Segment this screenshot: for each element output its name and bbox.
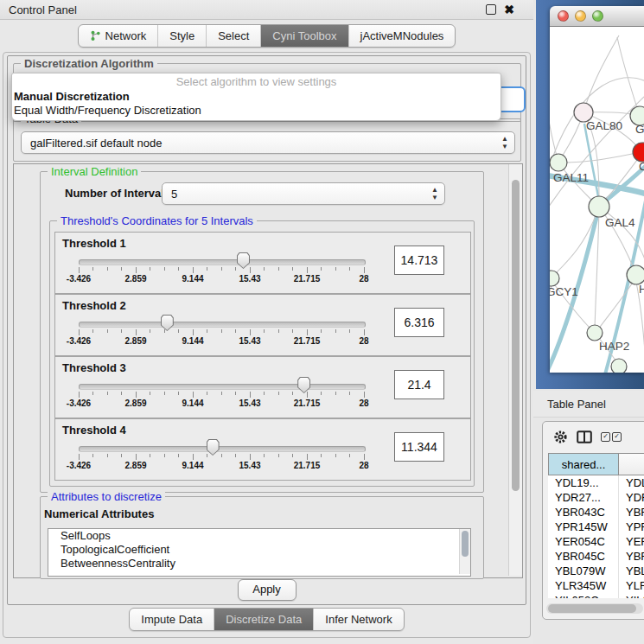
tab-network[interactable]: Network — [79, 25, 158, 47]
threshold-value-field[interactable]: 11.344 — [394, 432, 444, 462]
checkbox-icon[interactable]: ✓ — [601, 432, 610, 442]
network-node-partial-node[interactable] — [611, 359, 627, 373]
network-canvas[interactable]: GAL80GACGAL11GAL4GCY1HHAP2 — [550, 27, 644, 373]
close-icon[interactable]: ✖ — [504, 3, 514, 16]
columns-icon[interactable] — [577, 430, 592, 443]
column-header-name[interactable]: na — [619, 453, 644, 475]
algorithm-option[interactable]: Manual Discretization — [12, 90, 501, 104]
table-row[interactable]: YBR043CYBR0 — [548, 505, 644, 520]
zoom-traffic-light-icon[interactable] — [592, 10, 603, 22]
node-table: shared... na YDL19...YDL1YDR27...YDR2YBR… — [548, 453, 644, 598]
tab-style[interactable]: Style — [157, 25, 206, 47]
slider-track[interactable] — [79, 322, 366, 328]
table-data-combobox[interactable]: galFiltered.sif default node ▲▼ — [21, 131, 515, 154]
close-traffic-light-icon[interactable] — [558, 10, 569, 22]
table-row[interactable]: YDL19...YDL1 — [548, 475, 644, 490]
threshold-value-field[interactable]: 14.713 — [394, 245, 444, 275]
slider-tick — [193, 392, 194, 398]
slider-tick-label: -3.426 — [67, 336, 91, 346]
gear-icon[interactable] — [553, 430, 568, 444]
settings-vertical-scrollbar[interactable] — [508, 164, 522, 576]
slider-tick — [107, 267, 108, 271]
table-row[interactable]: YBR045CYBR0 — [548, 549, 644, 564]
network-node-HAP2[interactable] — [587, 325, 603, 341]
network-window-frame: GAL80GACGAL11GAL4GCY1HHAP2 — [536, 0, 644, 389]
table-row[interactable]: YPR145WYPR1 — [548, 520, 644, 534]
table-horizontal-scrollbar[interactable] — [546, 603, 643, 614]
slider-tick — [278, 267, 279, 271]
attribute-item[interactable]: SelfLoops — [48, 529, 470, 543]
attributes-list-scrollbar[interactable] — [459, 529, 470, 574]
attribute-item[interactable]: TopologicalCoefficient — [48, 543, 470, 557]
tab-select[interactable]: Select — [206, 25, 260, 47]
network-node-H[interactable] — [627, 265, 644, 284]
tab-impute-data[interactable]: Impute Data — [130, 609, 214, 630]
tab-cyni-toolbox[interactable]: Cyni Toolbox — [260, 25, 348, 47]
slider-tick — [92, 454, 93, 457]
slider-track[interactable] — [79, 384, 366, 390]
interval-group-title: Interval Definition — [48, 165, 141, 178]
network-node-label: GAL4 — [605, 216, 635, 229]
slider-tick — [264, 454, 265, 457]
slider-tick — [150, 329, 150, 333]
threshold-value-field[interactable]: 6.316 — [394, 308, 444, 337]
network-node-GCY1[interactable] — [550, 271, 559, 286]
slider-tick — [107, 329, 108, 333]
table-row[interactable]: YER054CYER0 — [548, 534, 644, 549]
table-row[interactable]: YLR345WYLR3 — [548, 578, 644, 593]
slider-track[interactable] — [79, 259, 366, 265]
network-edge[interactable] — [583, 35, 619, 112]
network-edge[interactable] — [550, 92, 558, 163]
slider-tick — [250, 392, 251, 398]
network-node-red-node[interactable] — [633, 143, 644, 162]
slider-tick-label: 9.144 — [182, 461, 203, 470]
slider-tick — [193, 454, 194, 460]
tab-jactivemnodules[interactable]: jActiveMNodules — [348, 25, 456, 47]
slider-tick — [235, 454, 236, 457]
slider-tick-label: 2.859 — [124, 274, 146, 284]
attributes-list[interactable]: SelfLoopsTopologicalCoefficientBetweenne… — [48, 528, 471, 577]
table-panel-title: Table Panel — [547, 398, 606, 411]
network-edge[interactable] — [598, 278, 635, 329]
cell-name: YLR3 — [619, 578, 644, 593]
slider-tick-label: 15.43 — [239, 274, 260, 284]
table-row[interactable]: YBL079WYBL0 — [548, 564, 644, 578]
threshold-panel: Threshold 3-3.4262.8599.14415.4321.71528… — [54, 356, 471, 418]
network-edge[interactable] — [617, 37, 640, 116]
tab-infer-network[interactable]: Infer Network — [313, 609, 403, 630]
slider-tick — [278, 392, 279, 395]
table-row[interactable]: YIL052CYIL0 — [548, 593, 644, 598]
slider-tick-label: 2.859 — [124, 336, 146, 346]
slider-tick-label: 21.715 — [294, 399, 321, 408]
slider-track[interactable] — [79, 446, 366, 452]
slider-tick-label: 15.43 — [239, 336, 260, 346]
algorithm-option[interactable]: Equal Width/Frequency Discretization — [12, 104, 501, 118]
cell-shared-name: YPR145W — [548, 520, 619, 534]
checkbox-icon[interactable]: ✓ — [612, 432, 622, 442]
num-intervals-combobox[interactable]: 5 ▲▼ — [162, 182, 445, 205]
top-tabbar: NetworkStyleSelectCyni ToolboxjActiveMNo… — [78, 24, 456, 48]
slider-tick — [349, 454, 350, 457]
network-node-GAL4[interactable] — [589, 196, 609, 217]
slider-tick-label: 28 — [359, 336, 368, 346]
slider-tick — [292, 454, 293, 457]
tab-label: Infer Network — [325, 609, 392, 630]
slider-tick — [349, 267, 350, 271]
table-panel-titlebar: Table Panel — [533, 391, 644, 418]
apply-button[interactable]: Apply — [238, 579, 296, 601]
threshold-label: Threshold 2 — [62, 299, 126, 312]
threshold-value-field[interactable]: 21.4 — [394, 370, 444, 399]
cell-shared-name: YBR045C — [548, 549, 619, 564]
slider-tick-label: -3.426 — [67, 461, 91, 470]
float-window-icon[interactable] — [486, 4, 496, 15]
attribute-item[interactable]: BetweennessCentrality — [48, 557, 470, 571]
cell-name: YIL0 — [619, 593, 644, 598]
network-node-GAL11[interactable] — [550, 154, 567, 171]
panel-title: Control Panel — [9, 3, 77, 16]
column-header-shared[interactable]: shared... — [548, 453, 619, 475]
table-row[interactable]: YDR27...YDR2 — [548, 490, 644, 505]
control-panel: Control Panel ✖ NetworkStyleSelectCyni T… — [0, 0, 533, 644]
tab-discretize-data[interactable]: Discretize Data — [214, 609, 313, 630]
minimize-traffic-light-icon[interactable] — [575, 10, 586, 22]
cell-shared-name: YBR043C — [548, 505, 619, 520]
